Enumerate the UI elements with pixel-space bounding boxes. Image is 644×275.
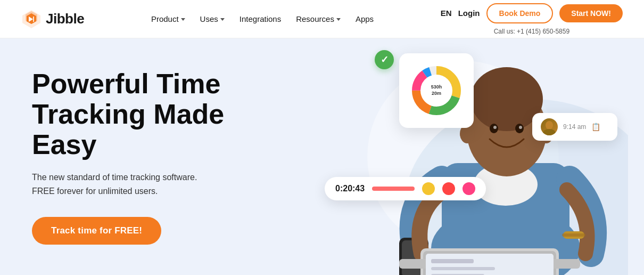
login-link[interactable]: Login: [458, 9, 480, 18]
nav-apps[interactable]: Apps: [349, 10, 380, 28]
hero-section: Powerful Time Tracking Made Easy The new…: [0, 38, 644, 275]
nav-product[interactable]: Product: [145, 10, 192, 28]
book-demo-button[interactable]: Book Demo: [486, 3, 554, 23]
chevron-down-icon: [181, 18, 185, 21]
timer-dot-yellow: [422, 182, 435, 195]
svg-text:20m: 20m: [432, 91, 441, 96]
nav-right: EN Login Book Demo Start NOW! Call us: +…: [441, 3, 623, 35]
check-badge: ✓: [375, 50, 394, 69]
timer-dot-red: [442, 182, 455, 195]
notification-action-icon: 📋: [591, 123, 600, 131]
call-us-text: Call us: +1 (415) 650-5859: [494, 28, 569, 35]
start-now-button[interactable]: Start NOW!: [559, 4, 623, 22]
hero-content: Powerful Time Tracking Made Easy The new…: [0, 69, 277, 245]
nav-resources[interactable]: Resources: [290, 10, 347, 28]
hero-title: Powerful Time Tracking Made Easy: [32, 69, 245, 160]
chevron-down-icon: [336, 18, 341, 21]
svg-point-10: [493, 126, 497, 129]
track-time-cta-button[interactable]: Track time for FREE!: [32, 217, 161, 245]
timer-card: 0:20:43: [325, 177, 486, 200]
timer-display: 0:20:43: [335, 184, 365, 193]
svg-point-33: [546, 121, 553, 130]
svg-rect-21: [431, 267, 495, 270]
notification-time: 9:14 am: [563, 123, 586, 131]
logo[interactable]: Jibble: [21, 9, 84, 29]
svg-rect-19: [426, 254, 554, 275]
checkmark-icon: ✓: [381, 54, 389, 66]
timer-dot-pink: [463, 182, 475, 195]
svg-text:530h: 530h: [431, 84, 442, 90]
donut-chart-card: 530h 20m: [399, 53, 474, 128]
user-avatar: [541, 118, 558, 135]
chevron-down-icon: [220, 18, 225, 21]
nav-integrations[interactable]: Integrations: [233, 10, 287, 28]
language-selector[interactable]: EN: [441, 9, 452, 18]
svg-rect-20: [431, 259, 474, 263]
hero-subtitle: The new standard of time tracking softwa…: [32, 171, 245, 198]
navbar: Jibble Product Uses Integrations Resourc…: [0, 0, 644, 38]
nav-uses[interactable]: Uses: [194, 10, 231, 28]
svg-rect-24: [562, 233, 585, 237]
svg-point-11: [519, 126, 522, 129]
svg-point-34: [543, 129, 556, 135]
timer-progress-bar: [372, 187, 415, 191]
nav-links: Product Uses Integrations Resources Apps: [145, 10, 380, 28]
notification-card: 9:14 am 📋: [532, 113, 617, 141]
brand-name: Jibble: [46, 11, 84, 27]
